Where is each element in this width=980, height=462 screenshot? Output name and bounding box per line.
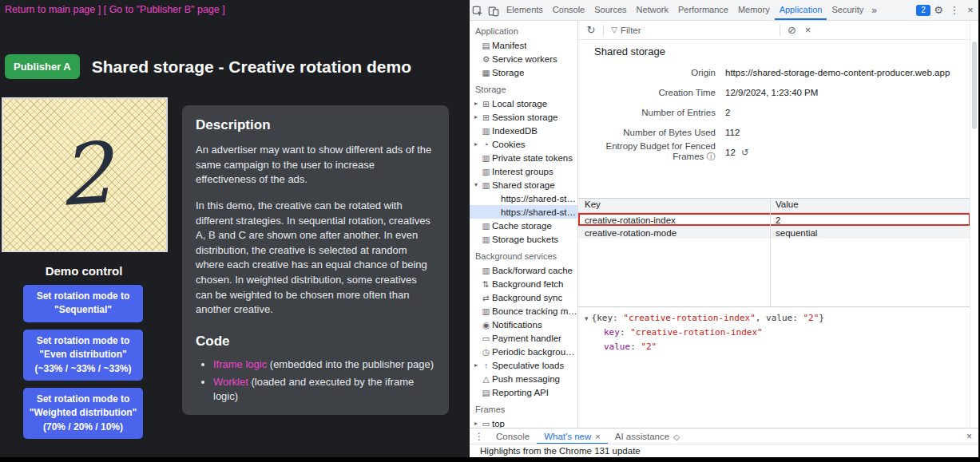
button-line: "Weighted distribution" <box>26 406 140 420</box>
close-devtools-icon[interactable]: × <box>962 0 978 20</box>
sidebar-item-periodic-backgroun[interactable]: ◷Periodic backgroun… <box>470 345 577 358</box>
code-list: Iframe logic (embedded into the publishe… <box>196 357 435 405</box>
code-link-worklet[interactable]: Worklet <box>213 376 248 388</box>
block-icon[interactable]: ⊘ <box>784 24 800 36</box>
tab-sources[interactable]: Sources <box>589 0 631 20</box>
settings-gear-icon[interactable]: ⚙ <box>930 0 946 20</box>
field-row: Number of Bytes Used112 <box>578 122 978 142</box>
sidebar-item-background-fetch[interactable]: ⇅Background fetch <box>470 277 577 290</box>
sidebar-section-application: Application <box>470 21 577 38</box>
tab-console[interactable]: Console <box>548 0 589 20</box>
device-toolbar-icon[interactable] <box>486 0 502 20</box>
token: "creative-rotation-index" <box>623 313 756 323</box>
sidebar-item-label: Private state tokens <box>492 153 573 163</box>
drawer-tab-what-s-new[interactable]: What's new× <box>537 428 608 444</box>
drawer-tab-label: Console <box>496 432 530 441</box>
publisher-b-link[interactable]: Go to "Publisher B" page <box>109 4 220 15</box>
tab-application[interactable]: Application <box>775 0 827 20</box>
cookie-icon: ◔ <box>480 140 492 149</box>
sidebar-item-session-storage[interactable]: ▸⊞Session storage <box>470 110 577 124</box>
sidebar-item-background-sync[interactable]: ⇄Background sync <box>470 290 577 304</box>
sidebar-item-label: Storage <box>492 68 524 77</box>
sidebar-item-https-shared-storage[interactable]: https://shared-storage… <box>470 192 577 205</box>
chevron-right-icon: ▸ <box>472 100 480 107</box>
filter-funnel-icon[interactable]: ▽ <box>608 26 621 34</box>
rotation-mode-button-1[interactable]: Set rotation mode to"Sequential" <box>23 285 143 322</box>
cell-key: creative-rotation-index <box>578 215 770 225</box>
sidebar-item-shared-storage[interactable]: ▾▥Shared storage <box>470 178 577 192</box>
info-icon[interactable]: ⓘ <box>704 152 716 161</box>
document-icon: ▤ <box>480 41 492 50</box>
sidebar-item-interest-groups[interactable]: ▥Interest groups <box>470 164 577 178</box>
sidebar-item-label: Reporting API <box>492 388 549 397</box>
devtools: ElementsConsoleSourcesNetworkPerformance… <box>470 0 978 457</box>
panel-scrollbar[interactable] <box>970 21 978 428</box>
sidebar-item-reporting-api[interactable]: ▤Reporting API <box>470 385 577 399</box>
database-icon: ▥ <box>480 221 492 231</box>
inspect-icon[interactable] <box>470 0 486 20</box>
shared-storage-panel: ↻ ▽ Filter ⊘ × Shared storage Originhttp… <box>578 21 978 428</box>
filter-input[interactable]: Filter <box>621 26 641 35</box>
more-tabs-chevron-icon[interactable]: » <box>868 5 880 16</box>
sidebar-item-local-storage[interactable]: ▸⊞Local storage <box>470 97 577 110</box>
sidebar-item-payment-handler[interactable]: ▭Payment handler <box>470 331 577 345</box>
drawer-tab-ai-assistance[interactable]: AI assistance◇ <box>608 428 687 444</box>
sidebar-item-manifest[interactable]: ▤Manifest <box>470 38 577 52</box>
drawer-tab-console[interactable]: Console <box>489 428 537 444</box>
code-list-item: Iframe logic (embedded into the publishe… <box>213 357 435 373</box>
sidebar-item-storage[interactable]: ▦Storage <box>470 65 577 79</box>
chevron-right-icon: ▸ <box>472 420 480 427</box>
demo-control-heading: Demo control <box>0 264 168 278</box>
code-link-iframe-logic[interactable]: Iframe logic <box>213 358 267 370</box>
sidebar-item-indexeddb[interactable]: ▥IndexedDB <box>470 124 577 137</box>
tab-elements[interactable]: Elements <box>502 0 548 20</box>
table-header: Key Value <box>578 199 970 213</box>
drawer-kebab-icon[interactable]: ⋮ <box>470 431 489 442</box>
table-icon: ⊞ <box>480 99 492 109</box>
token: , value: <box>756 313 803 323</box>
sidebar-item-private-state-tokens[interactable]: ▥Private state tokens <box>470 151 577 164</box>
sidebar-item-label: Notifications <box>492 320 542 330</box>
close-drawer-icon[interactable]: × <box>960 431 978 442</box>
sidebar-item-cache-storage[interactable]: ▥Cache storage <box>470 219 577 232</box>
table-row[interactable]: creative-rotation-modesequential <box>578 226 970 239</box>
button-line: Set rotation mode to <box>26 393 140 406</box>
key-column-header[interactable]: Key <box>578 199 770 212</box>
tab-memory[interactable]: Memory <box>733 0 775 20</box>
field-row: Entropy Budget for Fenced Frames ⓘ12 ↺ <box>578 142 978 162</box>
sidebar-item-back-forward-cache[interactable]: ▥Back/forward cache <box>470 263 577 277</box>
toolbar-divider <box>603 25 604 36</box>
description-card: Description An advertiser may want to sh… <box>182 105 449 415</box>
value-column-header[interactable]: Value <box>770 199 970 212</box>
scrollbar-thumb[interactable] <box>972 41 977 129</box>
return-main-link[interactable]: Return to main page <box>5 4 95 15</box>
tab-performance[interactable]: Performance <box>673 0 733 20</box>
tab-network[interactable]: Network <box>632 0 673 20</box>
sidebar-item-push-messaging[interactable]: △Push messaging <box>470 372 577 385</box>
close-tab-icon[interactable]: × <box>595 432 600 441</box>
button-line: "Even distribution" <box>26 348 140 361</box>
issues-badge[interactable]: 2 <box>916 5 930 16</box>
sidebar-item-service-workers[interactable]: ⚙Service workers <box>470 52 577 65</box>
sidebar-item-speculative-loads[interactable]: ▸↑Speculative loads <box>470 358 577 372</box>
expand-arrow-icon[interactable]: ▾ <box>585 314 589 322</box>
clear-icon[interactable]: × <box>800 24 816 36</box>
sidebar-item-notifications[interactable]: ◉Notifications <box>470 318 577 331</box>
database-icon: ▥ <box>480 235 492 244</box>
sidebar-item-bounce-tracking-miti[interactable]: ▥Bounce tracking miti… <box>470 304 577 318</box>
reset-budget-icon[interactable]: ↺ <box>739 148 749 157</box>
table-row[interactable]: creative-rotation-index2 <box>578 213 970 226</box>
rotation-mode-button-2[interactable]: Set rotation mode to"Even distribution"(… <box>23 330 143 381</box>
sidebar-item-label: IndexedDB <box>492 126 538 136</box>
sidebar-item-storage-buckets[interactable]: ▥Storage buckets <box>470 232 577 246</box>
sidebar-item-top[interactable]: ▸▭top <box>470 417 577 428</box>
sidebar-item-cookies[interactable]: ▸◔Cookies <box>470 137 577 151</box>
drawer-tab-label: What's new <box>544 432 591 441</box>
rotation-mode-button-3[interactable]: Set rotation mode to"Weighted distributi… <box>23 388 143 439</box>
cell-key: creative-rotation-mode <box>578 227 770 238</box>
tab-security[interactable]: Security <box>827 0 868 20</box>
sidebar-item-https-shared-storage[interactable]: https://shared-storage… <box>470 205 577 219</box>
refresh-icon[interactable]: ↻ <box>583 24 599 36</box>
kebab-menu-icon[interactable]: ⋮ <box>946 0 962 20</box>
table-icon: ⊞ <box>480 113 492 122</box>
